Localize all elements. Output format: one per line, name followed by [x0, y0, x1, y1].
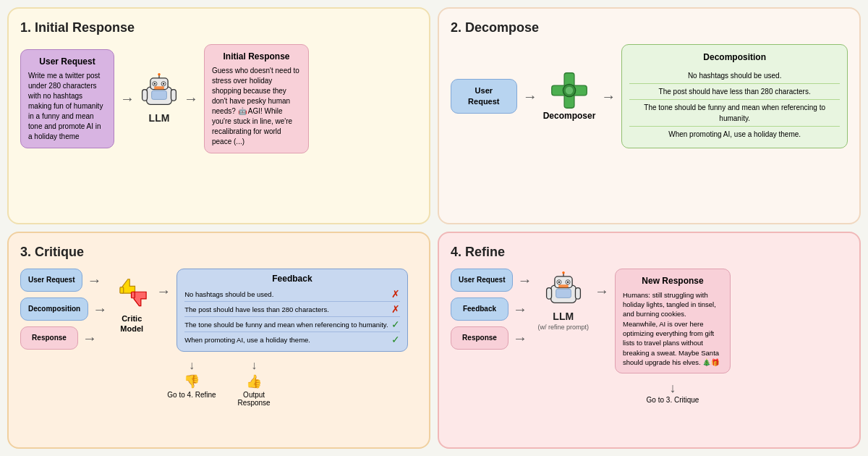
- q4-title: 4. Refine: [451, 245, 848, 260]
- go-refine-outcome: ↓ 👎 Go to 4. Refine: [167, 359, 216, 407]
- go-refine-label: Go to 4. Refine: [167, 391, 216, 399]
- initial-response-card: Initial Response Guess who doesn't need …: [204, 44, 309, 153]
- q2-title: 2. Decompose: [451, 20, 848, 35]
- svg-rect-9: [152, 91, 167, 100]
- q4-bottom: ↓ Go to 3. Critique: [647, 381, 699, 404]
- decomposer-label: Decomposer: [543, 111, 596, 121]
- feedback-box: Feedback No hashtags should be used. ✗ T…: [176, 269, 407, 352]
- svg-rect-27: [556, 289, 571, 297]
- svg-rect-17: [132, 292, 135, 297]
- arrow-q3-3: →: [82, 330, 97, 347]
- q3-inputs: User Request → Decomposition → Response …: [20, 269, 107, 350]
- decomposition-box: Decomposition No hashtags should be used…: [621, 44, 848, 148]
- svg-rect-10: [142, 90, 148, 101]
- quadrant-refine: 4. Refine User Request → Feedback → Resp…: [438, 232, 861, 449]
- decomposer-svg: [550, 72, 588, 109]
- down-arrow-q4: ↓: [670, 381, 676, 396]
- svg-rect-16: [120, 287, 124, 293]
- feedback-item-0: No hashtags should be used. ✗: [184, 287, 399, 302]
- svg-point-15: [566, 87, 573, 94]
- llm-icon-q4: LLM (w/ refine prompt): [537, 271, 589, 331]
- llm-label-q4: LLM: [553, 311, 574, 322]
- arrow-q4-4: →: [595, 283, 609, 300]
- initial-response-text: Guess who doesn't need to stress over ho…: [212, 66, 301, 147]
- output-response-outcome: ↓ 👍 Output Response: [238, 359, 271, 407]
- icon-check-2: ✓: [391, 318, 400, 330]
- quadrant-initial-response: 1. Initial Response User Request Write m…: [7, 7, 430, 224]
- initial-response-title: Initial Response: [212, 51, 301, 63]
- feedback-item-1: The post should have less than 280 chara…: [184, 302, 399, 317]
- svg-rect-26: [558, 284, 569, 287]
- arrow-q2-1: →: [523, 88, 537, 105]
- new-response-text: Humans: still struggling with holiday li…: [623, 290, 723, 367]
- svg-rect-29: [575, 288, 580, 300]
- arrow-q4-2: →: [513, 301, 527, 318]
- down-arrow-output: ↓: [251, 359, 257, 372]
- icon-check-3: ✓: [391, 334, 400, 345]
- svg-point-24: [558, 281, 560, 283]
- svg-rect-11: [171, 90, 176, 101]
- quadrant-critique: 3. Critique User Request → Decomposition…: [7, 232, 430, 449]
- arrow-q2-2: →: [601, 88, 616, 105]
- critic-section: Critic Model: [113, 274, 150, 334]
- decomp-item-2: The tone should be funny and mean when r…: [629, 100, 840, 127]
- decomposition-q3: Decomposition: [20, 297, 88, 321]
- critic-label: Critic Model: [120, 313, 143, 334]
- svg-rect-8: [154, 87, 164, 90]
- user-request-card: User Request Write me a twitter post und…: [20, 49, 114, 148]
- arrow-q3-1: →: [87, 272, 101, 289]
- q3-outcomes: ↓ 👎 Go to 4. Refine ↓ 👍 Output Response: [20, 359, 417, 407]
- q4-right: New Response Humans: still struggling wi…: [615, 269, 731, 404]
- thumbs-svg: [113, 274, 150, 312]
- feedback-item-3: When promoting AI, use a holiday theme. …: [184, 332, 399, 347]
- user-request-text: Write me a twitter post under 280 charac…: [28, 71, 106, 142]
- svg-point-25: [567, 281, 569, 283]
- response-q4: Response: [451, 326, 509, 350]
- user-request-q3: User Request: [20, 269, 82, 292]
- svg-point-7: [163, 83, 165, 85]
- user-request-q4: User Request: [451, 269, 513, 292]
- q2-flow: User Request → Decomposer → Decompositio…: [451, 44, 848, 148]
- q1-title: 1. Initial Response: [20, 20, 417, 35]
- q4-inputs: User Request → Feedback → Response →: [451, 269, 532, 350]
- user-request-title: User Request: [28, 56, 106, 68]
- new-response-title: New Response: [623, 275, 723, 287]
- quadrant-decompose: 2. Decompose User Request → Decomposer →: [438, 7, 861, 224]
- user-request-label-q2: User Request: [459, 85, 509, 108]
- arrow-2: →: [184, 90, 198, 107]
- arrow-q4-1: →: [517, 272, 532, 289]
- decomposer-icon: Decomposer: [543, 72, 596, 121]
- response-q3: Response: [20, 326, 78, 350]
- q3-title: 3. Critique: [20, 245, 417, 260]
- llm-sublabel-q4: (w/ refine prompt): [537, 324, 589, 331]
- output-label: Output Response: [238, 391, 271, 407]
- svg-point-21: [562, 271, 564, 274]
- svg-rect-28: [546, 288, 551, 300]
- down-arrow-refine: ↓: [189, 359, 195, 372]
- robot-svg-q1: [140, 73, 178, 111]
- svg-point-6: [154, 83, 156, 85]
- robot-svg-q4: [545, 271, 582, 309]
- arrow-q3-4: →: [156, 283, 171, 300]
- new-response-box: New Response Humans: still struggling wi…: [615, 269, 731, 373]
- decomp-item-0: No hashtags should be used.: [629, 68, 840, 84]
- llm-label-q1: LLM: [149, 112, 170, 124]
- svg-point-3: [158, 73, 160, 75]
- decomposition-title: Decomposition: [629, 51, 840, 64]
- llm-icon-q1: LLM: [140, 73, 178, 124]
- feedback-title: Feedback: [184, 274, 399, 284]
- decomp-item-1: The post should have less than 280 chara…: [629, 84, 840, 100]
- user-request-q2: User Request: [451, 79, 517, 114]
- feedback-q4: Feedback: [451, 297, 509, 321]
- icon-x-0: ✗: [391, 288, 400, 300]
- icon-x-1: ✗: [391, 303, 400, 315]
- arrow-q4-3: →: [513, 330, 527, 347]
- q1-flow: User Request Write me a twitter post und…: [20, 44, 417, 153]
- arrow-1: →: [120, 90, 135, 107]
- go-critique-label: Go to 3. Critique: [647, 396, 699, 404]
- feedback-item-2: The tone should be funny and mean when r…: [184, 317, 399, 332]
- arrow-q3-2: →: [93, 301, 107, 318]
- decomp-item-3: When promoting AI, use a holiday theme.: [629, 127, 840, 142]
